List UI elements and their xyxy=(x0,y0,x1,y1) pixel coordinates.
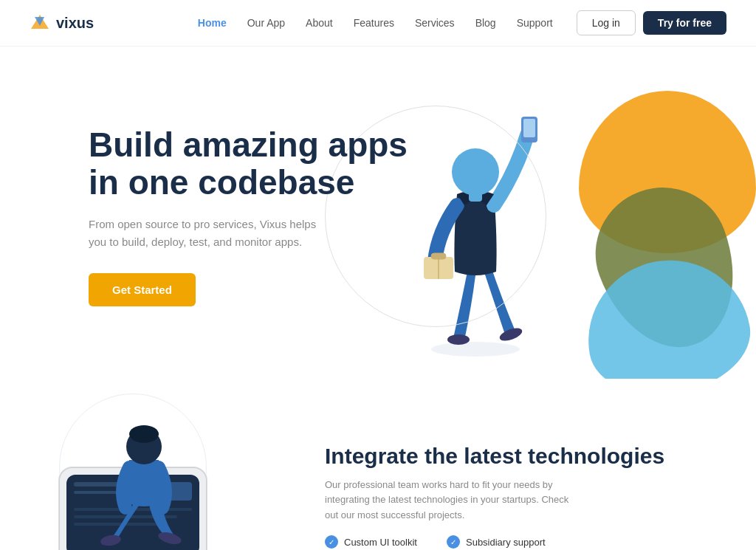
features-list: ✓ Custom UI toolkit ✓ Subsidiary support xyxy=(325,535,664,549)
section-two-title: Integrate the latest technologies xyxy=(325,444,664,469)
svg-point-24 xyxy=(129,425,159,443)
nav-about[interactable]: About xyxy=(306,16,333,30)
logo-text: vixus xyxy=(56,15,94,32)
hero-title: Build amazing apps in one codebase xyxy=(89,126,413,201)
nav-blog[interactable]: Blog xyxy=(475,16,496,30)
feature-label-1: Custom UI toolkit xyxy=(344,537,417,548)
nav-our-app[interactable]: Our App xyxy=(247,16,285,30)
nav-services[interactable]: Services xyxy=(415,16,455,30)
nav-buttons: Log in Try for free xyxy=(577,10,726,35)
svg-point-3 xyxy=(447,334,470,345)
get-started-button[interactable]: Get Started xyxy=(89,273,196,306)
feature-item-1: ✓ Custom UI toolkit xyxy=(325,535,417,549)
feature-item-2: ✓ Subsidiary support xyxy=(447,535,546,549)
logo[interactable]: vixus xyxy=(30,13,94,33)
logo-icon xyxy=(30,13,50,33)
feature-label-2: Subsidiary support xyxy=(466,537,546,548)
section-two: Integrate the latest technologies Our pr… xyxy=(0,379,756,550)
hero-subtitle: From open source to pro services, Vixus … xyxy=(89,216,325,251)
svg-point-2 xyxy=(431,342,520,357)
nav-links: Home Our App About Features Services Blo… xyxy=(198,16,553,30)
navbar: vixus Home Our App About Features Servic… xyxy=(0,0,756,47)
try-for-free-button[interactable]: Try for free xyxy=(643,11,726,35)
svg-rect-16 xyxy=(74,491,118,494)
nav-home[interactable]: Home xyxy=(198,16,227,30)
section-two-text: Our professional team works hard to fit … xyxy=(325,478,576,523)
check-icon-1: ✓ xyxy=(325,535,338,549)
section-two-content: Integrate the latest technologies Our pr… xyxy=(281,444,664,550)
check-icon-2: ✓ xyxy=(447,535,460,549)
person2-svg xyxy=(44,393,281,550)
section-two-illustration xyxy=(44,393,281,550)
svg-rect-19 xyxy=(74,523,162,526)
hero-content: Build amazing apps in one codebase From … xyxy=(89,126,413,306)
svg-rect-9 xyxy=(523,119,535,137)
nav-features[interactable]: Features xyxy=(354,16,394,30)
login-button[interactable]: Log in xyxy=(577,10,636,35)
hero-section: Build amazing apps in one codebase From … xyxy=(0,47,756,379)
nav-support[interactable]: Support xyxy=(517,16,553,30)
